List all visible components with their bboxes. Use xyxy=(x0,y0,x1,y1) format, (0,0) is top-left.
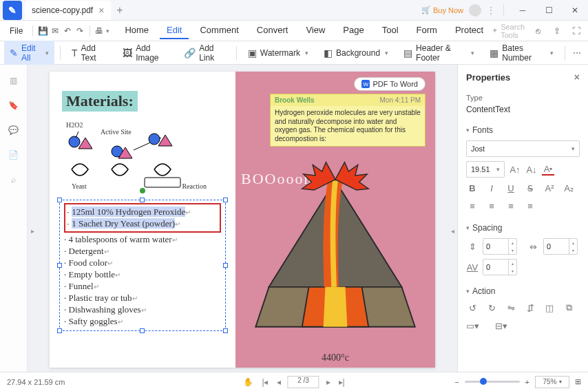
buy-now-link[interactable]: 🛒Buy Now xyxy=(421,6,463,14)
resize-handle-se[interactable] xyxy=(223,328,228,333)
align-center-icon[interactable]: ≡ xyxy=(485,200,498,212)
italic-icon[interactable]: I xyxy=(485,182,498,194)
resize-handle-n[interactable] xyxy=(140,198,145,202)
flip-v-icon[interactable]: ⇵ xyxy=(524,302,536,314)
print-icon[interactable]: 🖶 xyxy=(94,23,105,39)
menu-tab-form[interactable]: Form xyxy=(410,22,444,39)
bates-number-button[interactable]: ▦Bates Number▾ xyxy=(484,41,559,65)
sticky-note[interactable]: Brook Wells Mon 4:11 PM Hydrogen peroxid… xyxy=(270,94,426,147)
menu-tab-protect[interactable]: Protect xyxy=(448,22,490,39)
last-page-icon[interactable]: ▸| xyxy=(337,376,346,388)
page-number-input[interactable]: 2 /3 xyxy=(288,376,319,388)
rotate-handle[interactable] xyxy=(140,188,145,193)
resize-handle-ne[interactable] xyxy=(223,198,228,202)
fit-page-icon[interactable]: ⊞ xyxy=(575,377,581,386)
pdf-to-word-button[interactable]: W PDF To Word xyxy=(354,77,426,91)
user-avatar[interactable] xyxy=(469,4,481,17)
char-spacing-input[interactable]: 0▴▾ xyxy=(483,259,517,275)
resize-handle-w[interactable] xyxy=(57,263,62,268)
menu-tab-tool[interactable]: Tool xyxy=(375,22,406,39)
selected-text-box[interactable]: · 125ml 10% Hydrogen Peroxide↵ · 1 Sache… xyxy=(59,200,226,331)
minimize-button[interactable]: ─ xyxy=(512,1,533,20)
add-image-button[interactable]: 🖼Add Image xyxy=(117,41,174,65)
menu-tab-view[interactable]: View xyxy=(299,22,332,39)
spacing-header[interactable]: Spacing xyxy=(466,223,580,233)
align-left-icon[interactable]: ≡ xyxy=(466,200,479,212)
mail-icon[interactable]: ✉ xyxy=(50,23,61,39)
para-spacing-input[interactable]: 0▴▾ xyxy=(543,238,578,255)
next-page-icon[interactable]: ▸ xyxy=(325,376,332,388)
action-header[interactable]: Action xyxy=(466,286,580,296)
align-right-icon[interactable]: ≡ xyxy=(505,200,517,212)
zoom-slider[interactable] xyxy=(465,381,520,383)
save-icon[interactable]: 💾 xyxy=(37,23,48,39)
flip-h-icon[interactable]: ⇋ xyxy=(505,302,517,314)
redo-icon[interactable]: ↷ xyxy=(74,23,85,39)
resize-handle-nw[interactable] xyxy=(57,198,62,202)
attachments-icon[interactable]: 📄 xyxy=(8,149,20,161)
add-tab-button[interactable]: + xyxy=(116,4,123,17)
increase-font-icon[interactable]: A↑ xyxy=(509,163,521,176)
rotate-right-icon[interactable]: ↻ xyxy=(485,302,498,314)
more-tools-icon[interactable]: ⋯ xyxy=(571,45,584,61)
decrease-font-icon[interactable]: A↓ xyxy=(525,163,538,176)
close-window-button[interactable]: ✕ xyxy=(565,1,585,20)
resize-handle-sw[interactable] xyxy=(57,328,62,333)
maximize-button[interactable]: ☐ xyxy=(538,1,559,20)
bold-icon[interactable]: B xyxy=(466,182,479,194)
resize-handle-e[interactable] xyxy=(223,263,228,268)
slider-thumb[interactable] xyxy=(480,378,487,385)
arrange-icon[interactable]: ▭▾ xyxy=(466,319,479,332)
close-tab-icon[interactable]: × xyxy=(98,5,104,16)
share-icon[interactable]: ⎋ xyxy=(530,23,545,39)
add-link-button[interactable]: 🔗Add Link xyxy=(178,41,231,65)
font-color-icon[interactable]: A▾ xyxy=(542,163,554,176)
rotate-left-icon[interactable]: ↺ xyxy=(466,302,479,314)
prev-page-icon[interactable]: ◂ xyxy=(275,376,282,388)
resize-handle-s[interactable] xyxy=(140,328,145,333)
document-tab[interactable]: science-copy.pdf × xyxy=(25,1,111,20)
zoom-out-icon[interactable]: − xyxy=(454,378,459,386)
line-spacing-input[interactable]: 0▴▾ xyxy=(483,238,517,255)
align-obj-icon[interactable]: ⊟▾ xyxy=(495,319,507,332)
comments-icon[interactable]: 💬 xyxy=(8,124,20,136)
menu-tab-home[interactable]: Home xyxy=(118,22,156,39)
thumbnails-icon[interactable]: ▥ xyxy=(8,74,20,87)
file-menu[interactable]: File xyxy=(4,23,28,39)
edit-all-button[interactable]: ✎ Edit All ▾ xyxy=(4,41,54,65)
undo-icon[interactable]: ↶ xyxy=(62,23,73,39)
cloud-icon[interactable]: ⇪ xyxy=(549,23,565,39)
first-page-icon[interactable]: |◂ xyxy=(260,376,269,388)
fonts-header[interactable]: Fonts xyxy=(466,125,580,135)
panel-handle-left[interactable]: ▸ xyxy=(29,218,36,243)
extract-icon[interactable]: ⧉ xyxy=(563,302,575,314)
font-size-select[interactable]: 19.51▾ xyxy=(466,161,505,178)
bookmarks-icon[interactable]: 🔖 xyxy=(8,99,20,112)
underline-icon[interactable]: U xyxy=(505,182,517,194)
hand-tool-icon[interactable]: ✋ xyxy=(242,376,255,388)
header-footer-button[interactable]: ▤Header & Footer▾ xyxy=(398,41,480,65)
watermark-button[interactable]: ▣Watermark▾ xyxy=(242,45,314,61)
tab-filename: science-copy.pdf xyxy=(32,6,93,15)
print-dropdown-icon[interactable]: ▾ xyxy=(106,28,109,34)
menu-tab-comment[interactable]: Comment xyxy=(193,22,245,39)
add-text-button[interactable]: TAdd Text xyxy=(66,41,113,65)
background-button[interactable]: ◧Background▾ xyxy=(318,45,394,61)
subscript-icon[interactable]: A₂ xyxy=(563,182,575,194)
panel-handle-right[interactable]: ◂ xyxy=(449,218,456,243)
close-panel-icon[interactable]: × xyxy=(574,72,580,83)
superscript-icon[interactable]: A² xyxy=(543,182,556,194)
zoom-select[interactable]: 75%▾ xyxy=(535,376,569,388)
menu-tab-page[interactable]: Page xyxy=(336,22,370,39)
zoom-in-icon[interactable]: + xyxy=(525,378,529,386)
search-icon[interactable]: ⌕ xyxy=(8,173,20,186)
font-family-select[interactable]: Jost▾ xyxy=(466,140,580,157)
menu-tab-convert[interactable]: Convert xyxy=(250,22,295,39)
search-tools[interactable]: ✦Search Tools xyxy=(492,23,525,39)
menu-tab-edit[interactable]: Edit xyxy=(160,22,189,39)
menu-dots-icon[interactable]: ⋮ xyxy=(487,6,495,15)
expand-icon[interactable]: ⛶ xyxy=(569,23,584,39)
crop-icon[interactable]: ◫ xyxy=(543,302,556,314)
align-justify-icon[interactable]: ≡ xyxy=(524,200,536,212)
strike-icon[interactable]: S̶ xyxy=(524,182,536,194)
